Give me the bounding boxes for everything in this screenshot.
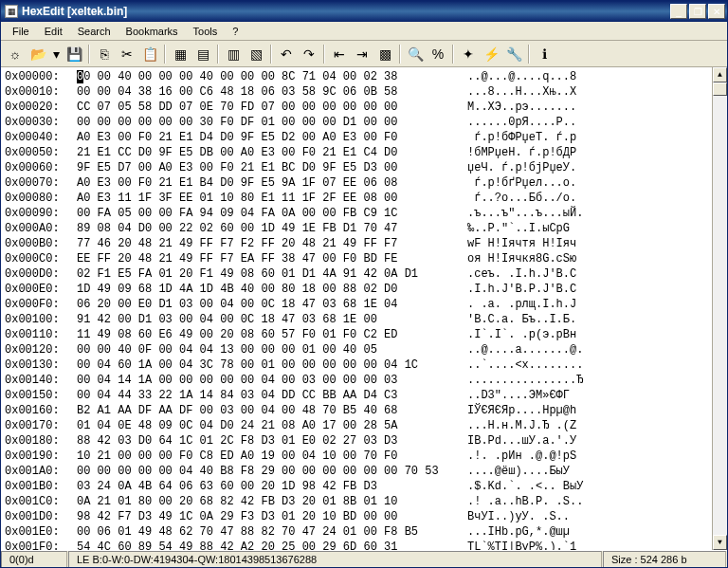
hex-row[interactable]: 0x00090:00 FA 05 00 00 FA 94 09 04 FA 0A… <box>5 206 708 221</box>
hex-row[interactable]: 0x00030:00 00 00 00 00 00 30 F0 DF 01 00… <box>5 115 708 130</box>
wand-icon[interactable]: ✦ <box>458 44 479 64</box>
menu-edit[interactable]: Edit <box>37 24 70 39</box>
hex-bytes[interactable]: 54 4C 60 89 54 49 88 42 A2 20 25 00 29 6… <box>77 540 456 550</box>
hex-row[interactable]: 0x00020:CC 07 05 58 DD 07 0E 70 FD 07 00… <box>5 100 708 115</box>
ascii[interactable]: ......0рЯ....Р.. <box>456 115 576 130</box>
hex-bytes[interactable]: A0 E3 00 F0 21 E1 D4 D0 9F E5 D2 00 A0 E… <box>77 130 456 145</box>
ascii[interactable]: ѓ..?о...Бб../о. <box>456 191 576 206</box>
hex-row[interactable]: 0x00120:00 00 40 0F 00 04 04 13 00 00 00… <box>5 342 708 357</box>
open-icon[interactable]: 📂 <box>27 44 48 64</box>
hex-row[interactable]: 0x00080:A0 E3 11 1F 3F EE 01 10 80 E1 11… <box>5 191 708 206</box>
hex-row[interactable]: 0x00000:00 00 40 00 00 00 40 00 00 00 8C… <box>5 69 708 84</box>
block1-icon[interactable]: ▦ <box>170 44 191 64</box>
vertical-scrollbar[interactable]: ▲ ▼ <box>712 67 727 550</box>
hex-bytes[interactable]: 88 42 03 D0 64 1C 01 2C F8 D3 01 E0 02 2… <box>77 433 456 449</box>
open-dropdown-icon[interactable]: ▾ <box>50 44 62 64</box>
copy-icon[interactable]: ⎘ <box>94 44 115 64</box>
hex-bytes[interactable]: 98 42 F7 D3 49 1C 0A 29 F3 D3 01 20 10 B… <box>77 509 456 524</box>
hex-bytes[interactable]: A0 E3 00 F0 21 E1 B4 D0 9F E5 9A 1F 07 E… <box>77 175 456 191</box>
info-icon[interactable]: ℹ <box>534 44 555 64</box>
ascii[interactable]: . .а. .рлщ.I.h.J <box>456 297 576 312</box>
ascii[interactable]: ..@...@....q...8 <box>456 69 576 84</box>
restore-button[interactable]: ❐ <box>689 4 706 19</box>
hex-bytes[interactable]: 00 04 44 33 22 1A 14 84 03 04 DD CC BB A… <box>77 388 456 403</box>
hex-bytes[interactable]: 1D 49 09 68 1D 4A 1D 4B 40 00 80 18 00 8… <box>77 282 456 297</box>
hex-bytes[interactable]: 00 00 04 38 16 00 C6 48 18 06 03 58 9C 0… <box>77 84 456 100</box>
undo-icon[interactable]: ↶ <box>276 44 297 64</box>
block2-icon[interactable]: ▤ <box>192 44 213 64</box>
ascii[interactable]: .I.h.J'В.P.J'В.С <box>456 282 576 297</box>
hex-bytes[interactable]: 89 08 04 D0 00 22 02 60 00 1D 49 1E FB D… <box>77 221 456 236</box>
menu-help[interactable]: ? <box>225 24 246 39</box>
hex-bytes[interactable]: 03 24 0A 4B 64 06 63 60 00 20 1D 98 42 F… <box>77 479 456 494</box>
hex-row[interactable]: 0x00160:B2 A1 AA DF AA DF 00 03 00 04 00… <box>5 403 708 418</box>
hex-row[interactable]: 0x000F0:06 20 00 E0 D1 03 00 04 00 0C 18… <box>5 297 708 312</box>
hex-row[interactable]: 0x000E0:1D 49 09 68 1D 4A 1D 4B 40 00 80… <box>5 282 708 297</box>
hex-row[interactable]: 0x00050:21 E1 CC D0 9F E5 DB 00 A0 E3 00… <box>5 145 708 160</box>
menu-tools[interactable]: Tools <box>186 24 226 39</box>
import-icon[interactable]: ⇤ <box>329 44 350 64</box>
hex-bytes[interactable]: 0A 21 01 80 00 20 68 82 42 FB D3 20 01 8… <box>77 494 456 509</box>
hex-bytes[interactable]: 00 06 01 49 48 62 70 47 88 82 70 47 24 0… <box>77 524 456 540</box>
hex-bytes[interactable]: B2 A1 AA DF AA DF 00 03 00 04 00 48 70 B… <box>77 403 456 418</box>
hex-row[interactable]: 0x00110:11 49 08 60 E6 49 00 20 08 60 57… <box>5 327 708 342</box>
ascii[interactable]: ѓ.р!бґРџел...о. <box>456 175 576 191</box>
ascii[interactable]: .I`.I`. .р(э.рВн <box>456 327 576 342</box>
save-icon[interactable]: 💾 <box>64 44 84 64</box>
ascii[interactable]: ...8...Н...Хњ..Х <box>456 84 576 100</box>
scroll-down-icon[interactable]: ▼ <box>713 535 727 550</box>
menu-search[interactable]: Search <box>70 24 118 39</box>
ascii[interactable]: ....@ёш)....БыУ <box>456 464 570 479</box>
hex-row[interactable]: 0x00070:A0 E3 00 F0 21 E1 B4 D0 9F E5 9A… <box>5 175 708 191</box>
hex-bytes[interactable]: A0 E3 11 1F 3F EE 01 10 80 E1 11 1F 2F E… <box>77 191 456 206</box>
hex-row[interactable]: 0x00040:A0 E3 00 F0 21 E1 D4 D0 9F E5 D2… <box>5 130 708 145</box>
scroll-up-icon[interactable]: ▲ <box>713 67 727 82</box>
ascii[interactable]: .! .а..hB.Р. .Ѕ.. <box>456 494 583 509</box>
hex-row[interactable]: 0x001B0:03 24 0A 4B 64 06 63 60 00 20 1D… <box>5 479 708 494</box>
grid1-icon[interactable]: ▥ <box>223 44 244 64</box>
new-icon[interactable]: ☼ <box>5 44 26 64</box>
export-icon[interactable]: ⇥ <box>352 44 373 64</box>
hex-bytes[interactable]: 11 49 08 60 E6 49 00 20 08 60 57 F0 01 F… <box>77 327 456 342</box>
ascii[interactable]: џеЧ. ѓ.р!бјРџеУ. <box>456 160 576 175</box>
hex-bytes[interactable]: 00 00 40 00 00 00 40 00 00 00 8C 71 04 0… <box>77 69 456 84</box>
hex-row[interactable]: 0x00170:01 04 0E 48 09 0C 04 D0 24 21 08… <box>5 418 708 433</box>
bolt-icon[interactable]: ⚡ <box>481 44 501 64</box>
hex-editor[interactable]: 0x00000:00 00 40 00 00 00 40 00 00 00 8C… <box>1 67 727 550</box>
hex-bytes[interactable]: 00 00 00 00 00 04 40 B8 F8 29 00 00 00 0… <box>77 464 456 479</box>
hex-bytes[interactable]: EE FF 20 48 21 49 FF F7 EA FF 38 47 00 F… <box>77 251 456 266</box>
hex-bytes[interactable]: 91 42 00 D1 03 00 04 00 0C 18 47 03 68 1… <box>77 312 456 327</box>
ascii[interactable]: .$.Kd.`. .<.. ВыУ <box>456 479 583 494</box>
hex-bytes[interactable]: 10 21 00 00 00 F0 C8 ED A0 19 00 04 10 0… <box>77 449 456 464</box>
hex-row[interactable]: 0x000B0:77 46 20 48 21 49 FF F7 F2 FF 20… <box>5 236 708 251</box>
ascii[interactable]: wF H!Iячтя H!Iяч <box>456 236 576 251</box>
hex-row[interactable]: 0x00060:9F E5 D7 00 A0 E3 00 F0 21 E1 BC… <box>5 160 708 175</box>
ascii[interactable]: !бMPџеН. ѓ.р!бДР <box>456 145 576 160</box>
redo-icon[interactable]: ↷ <box>299 44 319 64</box>
hex-row[interactable]: 0x001F0:54 4C 60 89 54 49 88 42 A2 20 25… <box>5 540 708 550</box>
ascii[interactable]: оя H!Iячкя8G.сЅю <box>456 251 576 266</box>
hex-bytes[interactable]: 21 E1 CC D0 9F E5 DB 00 A0 E3 00 F0 21 E… <box>77 145 456 160</box>
ascii[interactable]: .!. .рИн .@.@!pS <box>456 449 576 464</box>
ascii[interactable]: М..ХЭ..pэ....... <box>456 100 576 115</box>
hex-bytes[interactable]: 00 00 40 0F 00 04 04 13 00 00 00 01 00 4… <box>77 342 456 357</box>
menu-file[interactable]: File <box>5 24 37 39</box>
ascii[interactable]: IЎЄЯЄЯр....Нрµ@h <box>456 403 576 418</box>
hex-bytes[interactable]: 06 20 00 E0 D1 03 00 04 00 0C 18 47 03 6… <box>77 297 456 312</box>
ascii[interactable]: ...IHb.рG,*.@шµ <box>456 524 570 540</box>
scroll-track[interactable] <box>713 82 727 535</box>
hex-row[interactable]: 0x00150:00 04 44 33 22 1A 14 84 03 04 DD… <box>5 388 708 403</box>
cut-icon[interactable]: ✂ <box>117 44 137 64</box>
close-button[interactable]: ✕ <box>708 4 725 19</box>
ascii[interactable]: 'В.С.а. Бъ..I.Б. <box>456 312 576 327</box>
hex-bytes[interactable]: 77 46 20 48 21 49 FF F7 F2 FF 20 48 21 4… <box>77 236 456 251</box>
ascii[interactable]: ................Ђ <box>456 373 583 388</box>
hex-row[interactable]: 0x001E0:00 06 01 49 48 62 70 47 88 82 70… <box>5 524 708 540</box>
ascii[interactable]: ѓ.р!бФРџеТ. ѓ.р <box>456 130 576 145</box>
hex-bytes[interactable]: 00 FA 05 00 00 FA 94 09 04 FA 0A 00 00 F… <box>77 206 456 221</box>
ascii[interactable]: ..`....<x........ <box>456 357 583 373</box>
hex-bytes[interactable]: CC 07 05 58 DD 07 0E 70 FD 07 00 00 00 0… <box>77 100 456 115</box>
ascii[interactable]: ...H.н.М.Ј.Ђ .(Z <box>456 418 576 433</box>
hex-row[interactable]: 0x001D0:98 42 F7 D3 49 1C 0A 29 F3 D3 01… <box>5 509 708 524</box>
hex-row[interactable]: 0x000A0:89 08 04 D0 00 22 02 60 00 1D 49… <box>5 221 708 236</box>
